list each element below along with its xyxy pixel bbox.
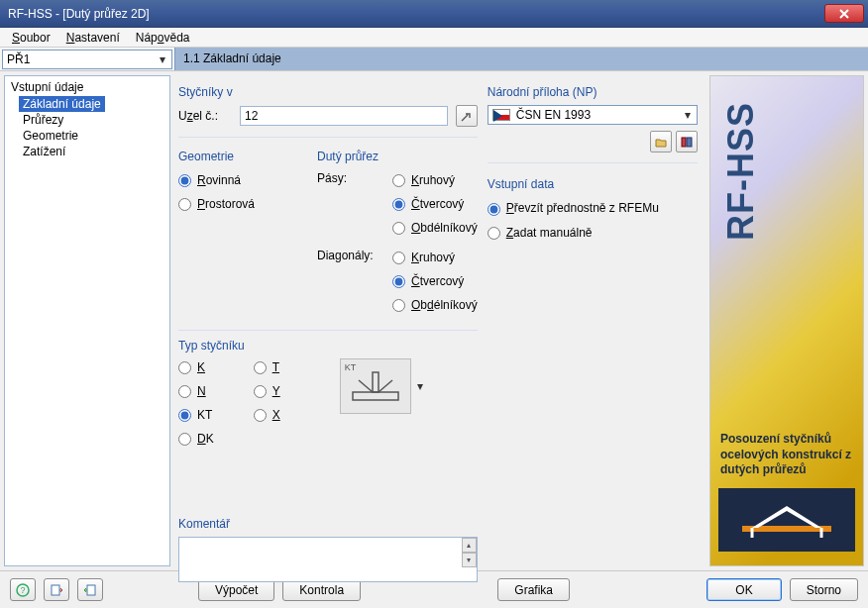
chords-label: Pásy: [317,171,379,237]
national-library-button[interactable] [676,131,698,152]
national-combo[interactable]: ČSN EN 1993 ▾ [488,105,698,125]
node-label: Uzel č.: [178,109,232,123]
page-heading: 1.1 Základní údaje [174,48,868,70]
arrow-pick-icon [461,110,473,122]
joints-legend: Styčníky v [178,85,478,99]
import-button[interactable] [77,578,103,601]
title-bar: RF-HSS - [Dutý průřez 2D] [0,0,868,28]
national-value: ČSN EN 1993 [516,108,591,122]
svg-line-2 [359,380,373,392]
chevron-down-icon: ▾ [156,51,169,68]
export-button[interactable] [44,578,69,601]
case-combo[interactable]: PŘ1 ▾ [2,50,172,69]
product-banner: RF-HSS Posouzení styčníků ocelových kons… [709,75,864,566]
graphics-button[interactable]: Grafika [497,578,570,601]
radio-chords-circular[interactable]: Kruhový [392,171,478,189]
folder-icon [655,137,667,148]
banner-description: Posouzení styčníků ocelových konstrukcí … [720,432,853,478]
radio-diag-rect[interactable]: Obdélníkový [392,296,478,314]
case-combo-value: PŘ1 [7,52,30,66]
toolbar: PŘ1 ▾ 1.1 Základní údaje [0,48,868,71]
flag-cz-icon [492,109,510,121]
radio-type-y[interactable]: Y [254,382,280,400]
tree-root[interactable]: Vstupní údaje [5,78,169,96]
joint-icon [349,368,402,404]
scroll-down-icon[interactable]: ▾ [462,553,477,567]
menu-help[interactable]: Nápověda [128,29,198,47]
radio-type-x[interactable]: X [254,406,280,424]
comment-legend: Komentář [178,517,478,531]
form-panel: Styčníky v Uzel č.: [174,75,705,566]
svg-line-3 [379,380,392,392]
group-joints: Styčníky v Uzel č.: [178,79,478,138]
menu-file[interactable]: Soubor [4,29,58,47]
svg-rect-5 [687,138,692,147]
dlubal-logo-icon [732,498,841,542]
joint-thumbnail[interactable]: KT [340,358,411,414]
close-button[interactable] [824,4,864,23]
diagonals-label: Diagonály: [317,249,379,314]
svg-text:?: ? [20,585,25,595]
chevron-down-icon: ▾ [681,106,695,124]
group-national-annex: Národní příloha (NP) ČSN EN 1993 ▾ [488,79,698,163]
cancel-button[interactable]: Storno [790,578,858,601]
radio-chords-square[interactable]: Čtvercový [392,195,478,213]
window-title: RF-HSS - [Dutý průřez 2D] [8,7,824,21]
hollow-legend: Dutý průřez [317,150,478,163]
joint-type-legend: Typ styčníku [178,339,478,353]
svg-rect-4 [682,138,686,147]
radio-diag-square[interactable]: Čtvercový [392,272,478,290]
radio-diag-circular[interactable]: Kruhový [392,249,478,266]
radio-from-rfem[interactable]: Převzít přednostně z RFEMu [488,199,698,218]
geometry-legend: Geometrie [178,150,297,163]
svg-rect-1 [373,372,379,392]
menu-bar: Soubor Nastavení Nápověda [0,28,868,48]
radio-type-kt[interactable]: KT [178,406,214,424]
node-input[interactable] [240,106,448,126]
svg-rect-14 [87,585,95,595]
nav-tree: Vstupní údaje Základní údaje ↖ Průřezy G… [4,75,170,566]
tree-item-sections[interactable]: Průřezy [5,112,169,128]
tree-item-basic-data[interactable]: Základní údaje [19,96,105,112]
scroll-up-icon[interactable]: ▴ [462,538,477,553]
radio-type-t[interactable]: T [254,358,280,376]
close-icon [838,9,850,19]
svg-rect-13 [52,585,59,595]
table-out-icon [51,584,62,596]
svg-rect-0 [353,392,398,400]
thumb-label: KT [345,362,357,372]
group-input-data: Vstupní data Převzít přednostně z RFEMu … [488,171,698,252]
radio-type-dk[interactable]: DK [178,430,214,448]
banner-logo [718,488,855,552]
radio-spatial[interactable]: Prostorová [178,195,297,213]
chevron-down-icon[interactable]: ▾ [417,379,423,393]
pick-node-button[interactable] [456,105,478,127]
national-open-button[interactable] [650,131,672,152]
book-icon [681,137,693,148]
input-data-legend: Vstupní data [488,177,698,191]
national-legend: Národní příloha (NP) [488,85,698,99]
table-in-icon [84,584,96,596]
radio-type-k[interactable]: K [178,358,214,376]
help-button[interactable]: ? [10,578,36,601]
radio-planar[interactable]: Rovinná [178,171,297,189]
menu-settings[interactable]: Nastavení [58,29,128,47]
tree-item-geometry[interactable]: Geometrie [5,128,169,144]
comment-textarea[interactable] [178,537,478,582]
tree-item-loading[interactable]: Zatížení [5,144,169,159]
ok-button[interactable]: OK [706,578,781,601]
banner-title: RF-HSS [720,102,762,241]
help-icon: ? [16,583,30,597]
svg-rect-6 [732,498,841,542]
radio-type-n[interactable]: N [178,382,214,400]
radio-chords-rect[interactable]: Obdélníkový [392,219,478,237]
radio-manual[interactable]: Zadat manuálně [488,224,698,242]
